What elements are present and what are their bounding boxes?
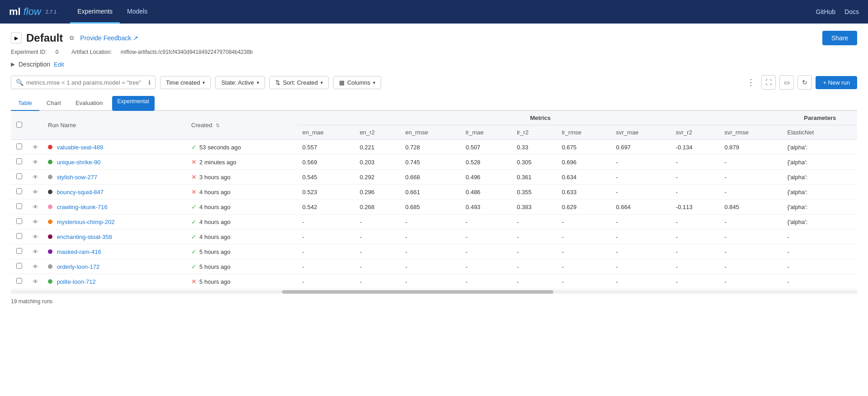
svr-rmse-cell: - [720, 185, 783, 200]
description-row[interactable]: ▶ Description Edit [11, 61, 857, 68]
eye-icon[interactable]: 👁 [33, 219, 38, 225]
run-name-link[interactable]: orderly-loon-172 [57, 263, 100, 270]
run-name-link[interactable]: enchanting-stoat-358 [57, 234, 112, 240]
lr-mae-header: lr_mae [461, 125, 512, 140]
eye-icon[interactable]: 👁 [33, 204, 38, 210]
sort-label: Sort: Created [283, 79, 318, 86]
run-name-cell: bouncy-squid-847 [43, 185, 187, 200]
eye-icon[interactable]: 👁 [33, 189, 38, 196]
svr-mae-cell: - [612, 274, 671, 289]
nav-github[interactable]: GitHub [816, 8, 836, 15]
info-icon[interactable]: ℹ [148, 79, 151, 86]
run-name-link[interactable]: mysterious-chimp-202 [57, 219, 115, 225]
eye-icon[interactable]: 👁 [33, 234, 38, 240]
run-name-link[interactable]: crawling-skunk-716 [57, 204, 108, 210]
tab-evaluation[interactable]: Evaluation [68, 96, 110, 111]
share-button[interactable]: Share [822, 31, 857, 45]
nav-experiments[interactable]: Experiments [70, 0, 120, 24]
en-rmse-cell: - [401, 274, 461, 289]
row-checkbox[interactable] [16, 188, 22, 194]
lr-rmse-cell: 0.675 [557, 140, 612, 155]
toolbar: 🔍 ℹ Time created ▾ State: Active ▾ ⇅ Sor… [11, 75, 857, 90]
row-checkbox[interactable] [16, 263, 22, 269]
sort-created-icon[interactable]: ⇅ [216, 123, 220, 128]
run-name-link[interactable]: polite-loon-712 [57, 278, 96, 285]
sort-icon: ⇅ [275, 79, 280, 86]
svr-mae-cell: - [612, 229, 671, 244]
more-options-button[interactable]: ⋮ [744, 76, 758, 89]
logo-version: 2.7.1 [46, 9, 57, 14]
created-cell: ✓5 hours ago [187, 259, 298, 274]
tab-table[interactable]: Table [11, 96, 39, 111]
time-created-filter[interactable]: Time created ▾ [160, 76, 211, 89]
visibility-cell: 👁 [27, 140, 43, 155]
lr-mae-cell: - [461, 244, 512, 259]
copy-icon[interactable]: ⧉ [67, 34, 75, 42]
en-mae-cell: - [298, 259, 355, 274]
search-input[interactable] [26, 79, 146, 86]
search-box: 🔍 ℹ [11, 76, 156, 89]
eye-icon[interactable]: 👁 [33, 159, 38, 166]
top-navigation: mlflow 2.7.1 Experiments Models GitHub D… [0, 0, 868, 24]
svr-mae-cell: 0.664 [612, 200, 671, 215]
nav-models[interactable]: Models [120, 0, 155, 24]
lr-rmse-cell: - [557, 259, 612, 274]
row-checkbox[interactable] [16, 143, 22, 149]
run-name-cell: stylish-sow-277 [43, 170, 187, 185]
run-name-link[interactable]: stylish-sow-277 [57, 174, 98, 181]
row-checkbox[interactable] [16, 233, 22, 239]
run-name-link[interactable]: valuable-seal-489 [57, 144, 104, 151]
eye-icon[interactable]: 👁 [33, 278, 38, 285]
row-checkbox[interactable] [16, 278, 22, 284]
feedback-link[interactable]: Provide Feedback ↗ [80, 34, 138, 42]
eye-icon[interactable]: 👁 [33, 248, 38, 255]
row-checkbox[interactable] [16, 218, 22, 224]
tab-chart[interactable]: Chart [39, 96, 68, 111]
svr-r2-cell: -0.113 [671, 200, 720, 215]
run-name-cell: polite-loon-712 [43, 274, 187, 289]
state-filter[interactable]: State: Active ▾ [215, 76, 264, 89]
visibility-cell: 👁 [27, 274, 43, 289]
run-status-dot [48, 160, 52, 164]
lr-rmse-cell: 0.633 [557, 185, 612, 200]
select-all-checkbox[interactable] [16, 122, 22, 128]
scrollbar-thumb[interactable] [282, 290, 553, 294]
eye-icon[interactable]: 👁 [33, 263, 38, 270]
elasticnet-cell: {'alpha': [783, 185, 857, 200]
en-mae-cell: 0.545 [298, 170, 355, 185]
lr-r2-cell: 0.355 [512, 185, 557, 200]
status-success-icon: ✓ [191, 218, 197, 225]
edit-link[interactable]: Edit [54, 61, 64, 68]
eye-icon[interactable]: 👁 [33, 174, 38, 181]
status-fail-icon: ✕ [191, 188, 197, 196]
en-rmse-cell: - [401, 215, 461, 229]
en-mae-cell: 0.542 [298, 200, 355, 215]
refresh-button[interactable]: ↻ [797, 75, 812, 90]
svr-mae-cell: - [612, 185, 671, 200]
svr-r2-cell: - [671, 155, 720, 170]
run-name-link[interactable]: masked-ram-416 [57, 248, 101, 255]
en-rmse-cell: 0.745 [401, 155, 461, 170]
row-checkbox[interactable] [16, 203, 22, 209]
layout-button[interactable]: ▭ [779, 75, 794, 90]
collapse-button[interactable]: ▶ [11, 33, 22, 43]
select-all-header [11, 111, 27, 140]
columns-filter[interactable]: ▦ Columns ▾ [333, 76, 381, 89]
fullscreen-button[interactable]: ⛶ [761, 75, 776, 90]
nav-docs[interactable]: Docs [844, 8, 859, 15]
row-checkbox-cell [11, 155, 27, 170]
time-created-label: Time created [166, 79, 200, 86]
sort-filter[interactable]: ⇅ Sort: Created ▾ [269, 76, 329, 89]
eye-icon[interactable]: 👁 [33, 144, 38, 151]
svr-mae-cell: - [612, 170, 671, 185]
visibility-cell: 👁 [27, 200, 43, 215]
row-checkbox[interactable] [16, 248, 22, 254]
new-run-button[interactable]: + New run [816, 76, 857, 89]
row-checkbox[interactable] [16, 173, 22, 179]
run-name-link[interactable]: bouncy-squid-847 [57, 189, 104, 196]
row-checkbox[interactable] [16, 158, 22, 164]
nav-right: GitHub Docs [816, 8, 859, 15]
horizontal-scrollbar[interactable] [11, 290, 857, 294]
tab-experimental[interactable]: Experimental [112, 96, 155, 111]
run-name-link[interactable]: unique-shrike-90 [57, 159, 101, 166]
